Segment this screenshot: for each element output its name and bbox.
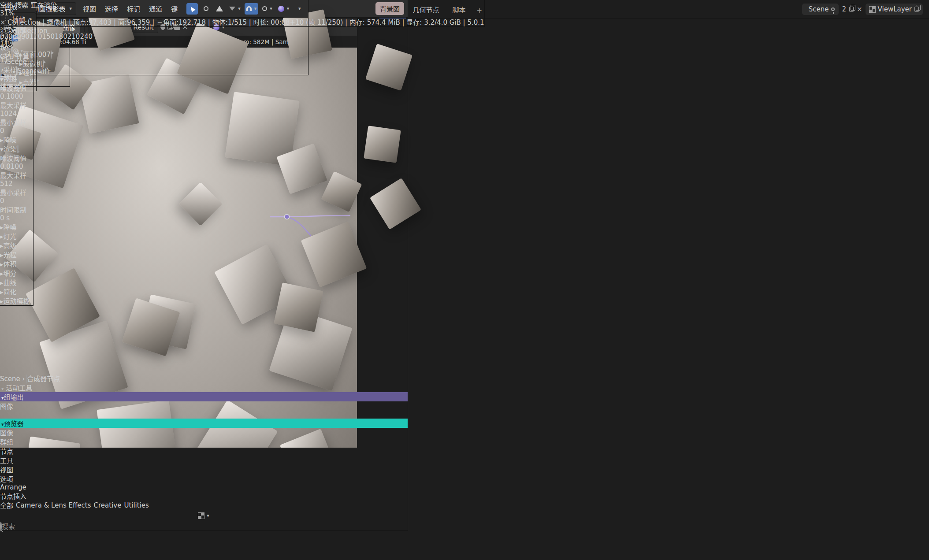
backdrop-cube bbox=[274, 282, 323, 332]
frame-value: 11 bbox=[0, 56, 8, 64]
backdrop-cube bbox=[364, 126, 401, 163]
panel-header-18[interactable]: ▸简化 bbox=[0, 287, 33, 296]
panel-title: 高级 bbox=[4, 242, 17, 250]
prop-value-field[interactable]: 512 bbox=[0, 180, 33, 188]
disclosure-arrow-icon[interactable]: ▸ bbox=[0, 251, 4, 259]
disclosure-arrow-icon[interactable]: ▸ bbox=[0, 297, 4, 305]
current-frame-chip[interactable]: 11 bbox=[0, 41, 308, 48]
cancel-render-button[interactable]: × bbox=[0, 19, 6, 26]
node-header[interactable]: ▾组输出 bbox=[0, 392, 408, 401]
disclosure-arrow-icon[interactable]: ▸ bbox=[0, 270, 4, 278]
panel-header-6[interactable]: ▾渲染 bbox=[0, 144, 33, 153]
sidebar-tabs: 群组节点工具视图选项Arrange节点插入 bbox=[0, 437, 408, 501]
prop-value-field[interactable]: 0 bbox=[0, 127, 33, 135]
current-frame-field[interactable]: 11 bbox=[0, 56, 36, 64]
channel-action[interactable]: ▸Scene动作 bbox=[0, 66, 308, 75]
marker-dropdown[interactable]: ▾ bbox=[0, 45, 36, 56]
pin-icon[interactable] bbox=[831, 7, 835, 11]
end-label: 结束 bbox=[0, 83, 13, 91]
disclosure-arrow-icon[interactable]: ▾ bbox=[0, 145, 4, 153]
panel-header-15[interactable]: ▸体积 bbox=[0, 259, 33, 268]
node-extension-row[interactable] bbox=[0, 411, 408, 419]
node-socket-row[interactable]: 图像 bbox=[0, 428, 408, 437]
disclosure-arrow-icon[interactable]: ▸ bbox=[0, 233, 4, 241]
view-layer-selector[interactable]: ViewLayer bbox=[866, 4, 923, 15]
panel-header-12[interactable]: ▸灯光 bbox=[0, 231, 33, 241]
node-socket-row[interactable]: 图像 bbox=[0, 401, 408, 411]
channel-list: ▾汇总▾Scene▸Scene动作 bbox=[0, 48, 308, 75]
scene-users-count[interactable]: 2 bbox=[842, 5, 846, 13]
sidebar-tab-5[interactable]: Arrange bbox=[0, 483, 408, 491]
prop-row-10: 时间限制0 s bbox=[0, 205, 33, 222]
prop-value-field[interactable]: 0.1000 bbox=[0, 93, 33, 100]
prop-value-field[interactable]: 0 bbox=[0, 197, 33, 205]
prop-row-7: 噪波阈值0.0100 bbox=[0, 153, 33, 171]
asset-tab-0[interactable]: 全部 bbox=[0, 501, 13, 510]
reroute-node bbox=[285, 215, 290, 219]
sidebar-tab-4[interactable]: 选项 bbox=[0, 474, 408, 483]
active-tool-panel-title: 活动工具 bbox=[6, 384, 32, 392]
disclosure-arrow-icon[interactable]: ▸ bbox=[0, 279, 4, 287]
frame-start-field[interactable]: 起始1 bbox=[0, 72, 36, 82]
asset-tab-3[interactable]: Utilities bbox=[124, 501, 149, 509]
asset-tab-2[interactable]: Creative bbox=[94, 501, 122, 509]
panel-title: 细分 bbox=[4, 270, 17, 278]
frame-end-field[interactable]: 结束250 bbox=[0, 82, 36, 91]
prop-value-field[interactable]: 0.0100 bbox=[0, 163, 33, 171]
disclosure-arrow-icon[interactable]: ▸ bbox=[0, 260, 4, 268]
asset-tab-1[interactable]: Camera & Lens Effects bbox=[16, 501, 91, 509]
sidebar-tab-1[interactable]: 节点 bbox=[0, 446, 408, 456]
auto-key-toggle[interactable]: ▾ bbox=[0, 26, 36, 37]
use-preview-range-icon[interactable] bbox=[0, 63, 2, 73]
dope-sheet-main[interactable]: ▾汇总▾Scene▸Scene动作 bbox=[0, 48, 308, 75]
channel-scene[interactable]: ▾Scene bbox=[0, 58, 308, 66]
prop-value-field[interactable]: 1024 bbox=[0, 110, 33, 118]
filter-sliders-icon[interactable] bbox=[17, 145, 19, 153]
panel-header-16[interactable]: ▸细分 bbox=[0, 268, 33, 278]
panel-header-17[interactable]: ▸曲线 bbox=[0, 278, 33, 287]
breadcrumb-scene: Scene bbox=[0, 375, 20, 383]
panel-header-13[interactable]: ▸高级 bbox=[0, 241, 33, 250]
panel-header-11[interactable]: ▸降噪 bbox=[0, 222, 33, 231]
shelf-search[interactable]: 搜索 bbox=[2, 523, 15, 530]
sidebar-tab-0[interactable]: 群组 bbox=[0, 437, 408, 446]
panel-title: 运动模糊 bbox=[4, 297, 30, 305]
disclosure-arrow-icon[interactable]: ▸ bbox=[0, 288, 4, 296]
node-header[interactable]: ▾预览器 bbox=[0, 419, 408, 428]
copy-icon[interactable] bbox=[914, 7, 919, 12]
display-mode-dropdown[interactable]: ▾ bbox=[0, 510, 408, 521]
close-icon[interactable]: × bbox=[857, 6, 862, 13]
prop-label: 最大采样 bbox=[0, 102, 26, 110]
ruler-number: 150 bbox=[42, 33, 55, 41]
node-viewer[interactable]: ▾预览器 图像 bbox=[0, 419, 408, 437]
sidebar-tab-2[interactable]: 工具 bbox=[0, 456, 408, 465]
prop-value-field[interactable]: 0 s bbox=[0, 214, 33, 222]
active-tool-panel[interactable]: ▾ 活动工具 bbox=[0, 383, 408, 392]
properties-panels: ▾采样▾视图噪波阈值0.1000最大采样1024最小采样0▸降噪▾渲染噪波阈值0… bbox=[0, 65, 33, 305]
prop-label: 时间限制 bbox=[0, 206, 26, 214]
view-layer-icon bbox=[870, 7, 875, 12]
view-layer-name: ViewLayer bbox=[878, 5, 912, 13]
breadcrumb-tree: 合成器节点 bbox=[27, 375, 60, 383]
sidebar-tab-6[interactable]: 节点插入 bbox=[0, 491, 408, 501]
end-value: 250 bbox=[13, 83, 26, 91]
panel-header-14[interactable]: ▸光程 bbox=[0, 250, 33, 259]
scene-statistics: Collection | 摄像机 | 顶点:97,403 | 面:96,359 … bbox=[7, 19, 484, 26]
copy-icon[interactable] bbox=[849, 7, 854, 12]
disclosure-arrow-icon[interactable]: ▸ bbox=[0, 136, 4, 144]
node-group-output[interactable]: ▾组输出 图像 bbox=[0, 392, 408, 419]
panel-header-19[interactable]: ▸运动模糊 bbox=[0, 296, 33, 305]
channel-summary[interactable]: ▾汇总 bbox=[0, 48, 308, 58]
breadcrumb: Scene › 合成器节点 bbox=[0, 374, 408, 383]
disclosure-arrow-icon[interactable]: ▸ bbox=[0, 242, 4, 250]
panel-header-5[interactable]: ▸降噪 bbox=[0, 135, 33, 144]
prop-label: 最小采样 bbox=[0, 119, 26, 127]
start-value: 1 bbox=[13, 74, 18, 82]
compositor-viewport[interactable]: Scene › 合成器节点 ▾ 活动工具 ▾组输出 图像 ▾预览器 图像 群组节… bbox=[0, 18, 408, 501]
panel-title: 渲染 bbox=[4, 145, 17, 153]
disclosure-arrow-icon[interactable]: ▸ bbox=[0, 223, 4, 231]
scene-selector[interactable]: Scene bbox=[802, 4, 839, 15]
sidebar-tab-3[interactable]: 视图 bbox=[0, 465, 408, 474]
panel-title: 降噪 bbox=[4, 223, 17, 231]
start-label: 起始 bbox=[0, 74, 13, 82]
